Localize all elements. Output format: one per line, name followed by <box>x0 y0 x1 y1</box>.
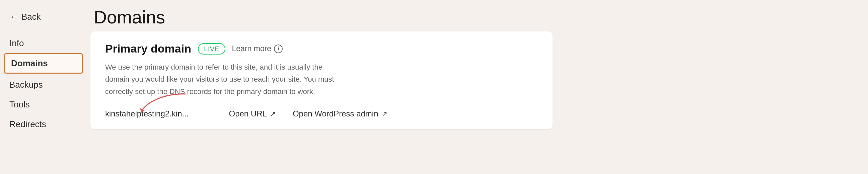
open-url-link[interactable]: Open URL ↗ <box>229 109 276 118</box>
open-wp-admin-link[interactable]: Open WordPress admin ↗ <box>293 109 388 118</box>
card-header: Primary domain LIVE Learn more i <box>105 42 538 55</box>
content-area: Primary domain LIVE Learn more i We use … <box>87 31 868 174</box>
sidebar: Info Domains Backups Tools Redirects <box>0 31 87 174</box>
sidebar-item-tools-label: Tools <box>9 99 30 109</box>
domain-actions: Open URL ↗ Open WordPress admin ↗ <box>229 109 387 118</box>
card-description: We use the primary domain to refer to th… <box>105 61 340 98</box>
back-label: Back <box>22 12 41 22</box>
live-badge: LIVE <box>198 43 225 55</box>
card-title: Primary domain <box>105 42 191 55</box>
sidebar-item-domains-label: Domains <box>11 58 48 68</box>
open-wp-admin-label: Open WordPress admin <box>293 109 378 118</box>
open-url-label: Open URL <box>229 109 267 118</box>
page-title: Domains <box>94 7 855 28</box>
back-arrow-icon: ← <box>9 11 19 22</box>
sidebar-item-redirects[interactable]: Redirects <box>0 114 87 134</box>
open-wp-admin-external-icon: ↗ <box>382 110 388 118</box>
sidebar-item-backups[interactable]: Backups <box>0 75 87 95</box>
sidebar-item-domains[interactable]: Domains <box>4 53 83 74</box>
sidebar-item-backups-label: Backups <box>9 80 43 90</box>
sidebar-item-info[interactable]: Info <box>0 33 87 53</box>
domain-url: kinstahelptesting2.kin... <box>105 109 189 118</box>
domain-row: kinstahelptesting2.kin... Open URL ↗ <box>105 109 538 118</box>
sidebar-item-info-label: Info <box>9 38 24 48</box>
open-url-external-icon: ↗ <box>270 110 276 118</box>
sidebar-item-redirects-label: Redirects <box>9 119 46 129</box>
sidebar-item-tools[interactable]: Tools <box>0 95 87 114</box>
learn-more-link[interactable]: Learn more i <box>232 44 283 53</box>
learn-more-label: Learn more <box>232 44 272 53</box>
back-button[interactable]: ← Back <box>9 10 41 24</box>
primary-domain-card: Primary domain LIVE Learn more i We use … <box>90 31 553 129</box>
info-circle-icon: i <box>274 44 283 53</box>
